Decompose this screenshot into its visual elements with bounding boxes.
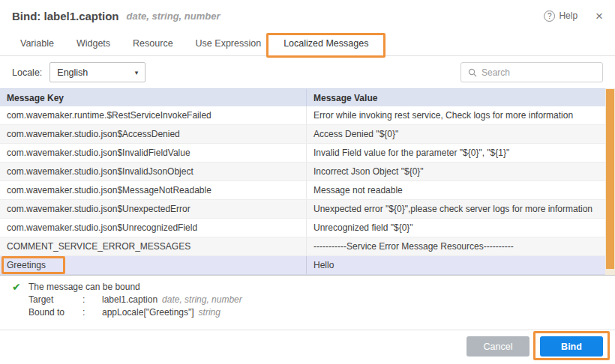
locale-select[interactable]: English ▾: [50, 62, 146, 82]
bind-button-wrap: Bind: [540, 336, 603, 357]
bind-dialog: Bind: label1.caption date, string, numbe…: [0, 0, 615, 364]
message-key-cell[interactable]: com.wavemaker.studio.json$InvalidJsonObj…: [0, 163, 306, 181]
binding-status: ✔ The message can be bound Target : labe…: [12, 280, 242, 318]
table-row-selected[interactable]: Greetings Hello: [0, 256, 615, 275]
message-value-cell[interactable]: Unrecognized field "${0}": [306, 219, 615, 237]
message-key-cell[interactable]: com.wavemaker.studio.json$UnexpectedErro…: [0, 200, 306, 218]
table-row[interactable]: com.wavemaker.studio.json$InvalidFieldVa…: [0, 144, 615, 163]
tab-resource[interactable]: Resource: [122, 31, 184, 55]
locale-selected-value: English: [57, 67, 88, 78]
message-key-cell[interactable]: com.wavemaker.runtime.$RestServiceInvoke…: [0, 106, 306, 124]
dialog-header: Bind: label1.caption date, string, numbe…: [0, 0, 615, 31]
status-text: The message can be bound: [28, 282, 140, 292]
message-value-cell[interactable]: Incorrect Json Object "${0}": [306, 163, 615, 181]
messages-table: Message Key Message Value com.wavemaker.…: [0, 88, 615, 276]
column-header-message-value: Message Value: [306, 89, 615, 106]
message-value-cell[interactable]: Invalid Field value for the parameter "$…: [306, 144, 615, 162]
message-key-cell[interactable]: COMMENT_SERVICE_ERROR_MESSAGES: [0, 237, 306, 255]
search-icon: [468, 68, 477, 77]
caret-down-icon: ▾: [135, 69, 139, 76]
message-key-cell[interactable]: com.wavemaker.studio.json$MessageNotRead…: [0, 181, 306, 199]
dialog-actions: Cancel Bind: [466, 336, 603, 357]
target-value: label1.caption: [102, 294, 158, 305]
tab-localized-messages[interactable]: Localized Messages: [272, 31, 380, 55]
message-key-cell[interactable]: Greetings: [0, 256, 306, 274]
target-types: date, string, number: [162, 294, 242, 305]
message-value-cell[interactable]: Access Denied "${0}": [306, 125, 615, 143]
message-key-cell[interactable]: com.wavemaker.studio.json$AccessDenied: [0, 125, 306, 143]
message-value-cell[interactable]: Error while invoking rest service, Check…: [306, 106, 615, 124]
header-actions: ? Help ×: [544, 10, 603, 22]
dialog-title: Bind: label1.caption: [12, 10, 119, 22]
controls-bar: Locale: English ▾: [0, 56, 615, 88]
message-value-cell[interactable]: -----------Service Error Message Resourc…: [306, 237, 615, 255]
locale-label: Locale:: [12, 67, 42, 78]
tab-bar: Variable Widgets Resource Use Expression…: [0, 31, 615, 56]
table-row[interactable]: com.wavemaker.studio.json$UnexpectedErro…: [0, 200, 615, 219]
column-header-message-key: Message Key: [0, 93, 306, 103]
bound-to-label: Bound to: [28, 307, 82, 318]
check-icon: ✔: [12, 281, 28, 293]
tab-localized-messages-label: Localized Messages: [284, 38, 368, 49]
message-value-cell[interactable]: Hello: [306, 256, 615, 274]
table-row[interactable]: com.wavemaker.studio.json$InvalidJsonObj…: [0, 163, 615, 181]
scrollbar-thumb[interactable]: [606, 89, 614, 269]
close-icon[interactable]: ×: [596, 10, 603, 22]
message-key-cell[interactable]: com.wavemaker.studio.json$InvalidFieldVa…: [0, 144, 306, 162]
bound-to-value: appLocale["Greetings"]: [102, 307, 194, 318]
search-box[interactable]: [460, 62, 603, 82]
table-row[interactable]: com.wavemaker.studio.json$MessageNotRead…: [0, 181, 615, 200]
message-key-cell[interactable]: com.wavemaker.studio.json$UnrecognizedFi…: [0, 219, 306, 237]
table-row[interactable]: COMMENT_SERVICE_ERROR_MESSAGES ---------…: [0, 237, 615, 256]
bound-to-colon: :: [82, 307, 102, 318]
target-label: Target: [28, 294, 82, 305]
cancel-button[interactable]: Cancel: [466, 336, 530, 357]
tab-variable[interactable]: Variable: [9, 31, 65, 55]
dialog-subtitle: date, string, number: [127, 10, 220, 22]
tab-widgets[interactable]: Widgets: [65, 31, 122, 55]
message-value-cell[interactable]: Message not readable: [306, 181, 615, 199]
table-scrollbar[interactable]: [605, 88, 615, 275]
bound-to-type: string: [199, 307, 220, 318]
table-row[interactable]: com.wavemaker.studio.json$AccessDenied A…: [0, 125, 615, 144]
message-value-cell[interactable]: Unexpected error "${0}",please check ser…: [306, 200, 615, 218]
table-row[interactable]: com.wavemaker.studio.json$UnrecognizedFi…: [0, 219, 615, 237]
help-icon[interactable]: ?: [544, 10, 555, 22]
table-header-row: Message Key Message Value: [0, 89, 615, 106]
target-colon: :: [82, 294, 102, 305]
bind-button[interactable]: Bind: [540, 336, 603, 357]
help-link[interactable]: Help: [559, 10, 578, 21]
tab-use-expression[interactable]: Use Expression: [184, 31, 273, 55]
table-row[interactable]: com.wavemaker.runtime.$RestServiceInvoke…: [0, 106, 615, 125]
search-input[interactable]: [482, 67, 596, 78]
message-key-text: Greetings: [7, 260, 46, 270]
footer-divider: [0, 330, 615, 330]
